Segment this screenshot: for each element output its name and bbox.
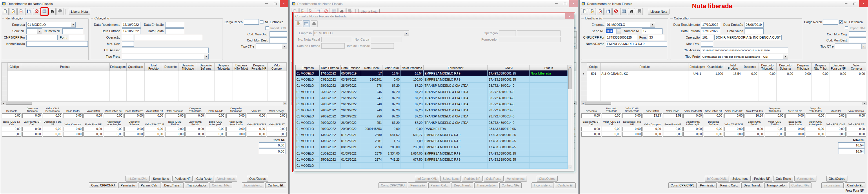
consult-notes-icon-button[interactable] <box>303 20 310 27</box>
footer-button-selec-itens[interactable]: Selec. Itens <box>440 176 461 182</box>
totals-value-box[interactable]: 0,00 <box>622 113 642 118</box>
totals-value-box[interactable]: 0,00 <box>206 113 225 118</box>
items-column-header[interactable]: Despesa Não Tribut <box>812 63 830 71</box>
totals-value-box[interactable]: 0,00 <box>165 132 185 137</box>
footer-button-selec-itens[interactable]: Selec. Itens <box>730 176 751 182</box>
totals-value-box[interactable]: 0,00 <box>104 113 123 118</box>
hscroll-thumb[interactable] <box>585 102 611 105</box>
totals-value-box[interactable]: 0,00 <box>581 113 601 118</box>
modal-column-header[interactable]: Fornecedor <box>424 65 488 71</box>
scroll-right-icon[interactable]: ► <box>283 102 287 105</box>
modal-no-carga-input[interactable] <box>371 37 401 42</box>
totals-value-box[interactable]: 0,00 <box>2 132 22 137</box>
search-icon-button[interactable] <box>311 20 318 27</box>
totals-value-box[interactable]: 0,00 <box>165 127 185 131</box>
totals-value-box[interactable]: 0,00 <box>826 127 845 131</box>
footer-button-param-calc-[interactable]: Param. Calc. <box>428 183 451 188</box>
save-icon-button[interactable] <box>25 8 32 15</box>
totals-value-box[interactable]: 0,00 <box>63 113 83 118</box>
modal-row[interactable]: 01 MODELO17/10/202205/06/20191716,5416,5… <box>296 71 568 77</box>
totals-value-box[interactable]: 0,00 <box>267 113 286 118</box>
mot-dev-input[interactable] <box>701 41 713 47</box>
print-icon-button[interactable] <box>636 8 643 15</box>
items-row[interactable] <box>581 96 866 101</box>
totals-value-box[interactable]: 0,00 <box>806 127 825 131</box>
exit-icon-button[interactable] <box>295 20 302 27</box>
operacao-codigo-input[interactable] <box>122 35 134 40</box>
totals-value-box[interactable]: 0,00 <box>765 127 784 131</box>
footer-button-desc-transf-[interactable]: Desc.Transf. <box>741 183 763 188</box>
totals-value-box[interactable]: 0,00 <box>826 113 845 118</box>
import-xml-checkbox[interactable]: Import .XML <box>845 26 866 30</box>
items-column-header[interactable]: Despesa Fora da NF <box>250 63 268 71</box>
scroll-left-icon[interactable]: ◄ <box>581 102 585 105</box>
totals-value-box[interactable]: 0,00 <box>724 113 744 118</box>
totals-value-box[interactable]: 0,00 <box>846 132 866 137</box>
items-column-header[interactable]: Produto <box>600 63 689 71</box>
numero-nf-input[interactable] <box>62 28 83 34</box>
items-row[interactable] <box>581 76 866 81</box>
tipo-frete-select[interactable]: ▾ <box>122 54 209 59</box>
close-button[interactable]: ✕ <box>280 0 288 7</box>
totals-value-box[interactable]: 0,00 <box>785 127 805 131</box>
totals-value-box[interactable]: 0,00 <box>643 132 662 137</box>
modal-row[interactable]: 01 MODELO03/10/202203/10/202231022010,00… <box>296 77 568 83</box>
totals-value-box[interactable]: 0,00 <box>826 132 845 137</box>
scroll-down-icon[interactable]: ▼ <box>568 165 572 169</box>
modal-data-entrada-input[interactable] <box>321 43 345 49</box>
tipo-frete-select[interactable]: Contratação do Frete por conta do Destin… <box>701 54 788 59</box>
totals-value-box[interactable]: 0,00 <box>206 132 225 137</box>
modal-no-nota-fiscal-input[interactable] <box>321 37 352 42</box>
hscroll-thumb[interactable] <box>6 102 32 105</box>
totals-value-box[interactable]: 0,00 <box>2 127 22 131</box>
modal-row[interactable]: 01 MODELO26/09/202226/09/202225087,2087,… <box>296 113 568 119</box>
footer-button-cons-cpf-cnpj[interactable]: Cons. CPF/CNPJ <box>668 183 697 188</box>
totals-value-box[interactable]: 0,00 <box>165 113 185 118</box>
totals-value-box[interactable]: 0,00 <box>806 113 825 118</box>
modal-operacao-cod-input[interactable] <box>499 30 516 36</box>
liberar-nota-button[interactable]: Liberar Nota <box>648 9 670 15</box>
delete-note-icon-button[interactable] <box>18 8 24 15</box>
totals-value-box[interactable]: 0,00 <box>63 127 83 131</box>
totals-value-box[interactable]: 0,00 <box>22 127 42 131</box>
modal-titlebar[interactable]: Consulta Notas Fiscais de Entrada ✕ <box>293 13 574 20</box>
empresa-select[interactable]: 01 MODELO▾ <box>26 22 75 28</box>
totals-value-box[interactable]: 0,00 <box>683 113 703 118</box>
data-saida-input[interactable] <box>165 28 184 34</box>
totals-value-box[interactable]: 0,00 <box>683 127 703 131</box>
totals-value-box[interactable]: 0,00 <box>785 113 805 118</box>
totals-value-box[interactable]: 16,54 <box>745 113 764 118</box>
items-column-header[interactable]: Quantidade <box>126 63 145 71</box>
maximize-button[interactable] <box>271 0 280 7</box>
footer-button-param-calc-[interactable]: Param. Calc. <box>138 183 161 188</box>
modal-row[interactable]: 01 MODELO28/09/202228/09/202227887,2087,… <box>296 83 568 89</box>
totals-value-box[interactable]: 0,00 <box>145 113 164 118</box>
nf-eletronica-checkbox[interactable]: NF Eletrônica <box>260 20 283 24</box>
items-column-header[interactable]: Total Produto <box>724 63 742 71</box>
search-icon-button[interactable] <box>49 8 56 15</box>
items-row[interactable] <box>581 91 866 96</box>
modal-row[interactable]: 01 MODELO26/09/202226/09/202224987,2087,… <box>296 107 568 113</box>
totals-value-box[interactable]: 0,00 <box>704 113 723 118</box>
modal-operacao-desc-input[interactable] <box>517 30 560 36</box>
edit-note-icon-button[interactable] <box>9 8 17 15</box>
items-column-header[interactable]: Desconto Suframa <box>776 63 794 71</box>
totals-value-box[interactable]: 0,00 <box>84 127 103 131</box>
forn-input[interactable]: 33 <box>648 35 664 40</box>
modal-column-header[interactable]: Status <box>529 65 567 71</box>
items-column-header[interactable]: Valor Compror <box>268 63 286 71</box>
modal-row[interactable]: 01 MODELO26/09/202226/09/202225187,2087,… <box>296 119 568 126</box>
totals-value-box[interactable]: 0,00 <box>145 127 164 131</box>
items-column-header[interactable]: Total Produto <box>145 63 162 71</box>
totals-value-box[interactable]: 0,00 <box>206 127 225 131</box>
footer-button-desc-transf-[interactable]: Desc.Transf. <box>162 183 184 188</box>
forn-input[interactable] <box>69 35 85 40</box>
minimize-button[interactable] <box>842 0 850 7</box>
edit-note-icon-button[interactable] <box>589 8 596 15</box>
totals-value-box[interactable]: 0,00 <box>663 132 683 137</box>
totals-value-box[interactable]: 0,00 <box>581 132 601 137</box>
data-emissao-input[interactable]: 05/06/2019 <box>745 22 764 28</box>
nome-razao-input[interactable] <box>26 41 88 47</box>
footer-button-guia-recto[interactable]: Guia Recto <box>194 176 214 182</box>
serie-nf-select[interactable]: 004▾ <box>606 28 621 34</box>
